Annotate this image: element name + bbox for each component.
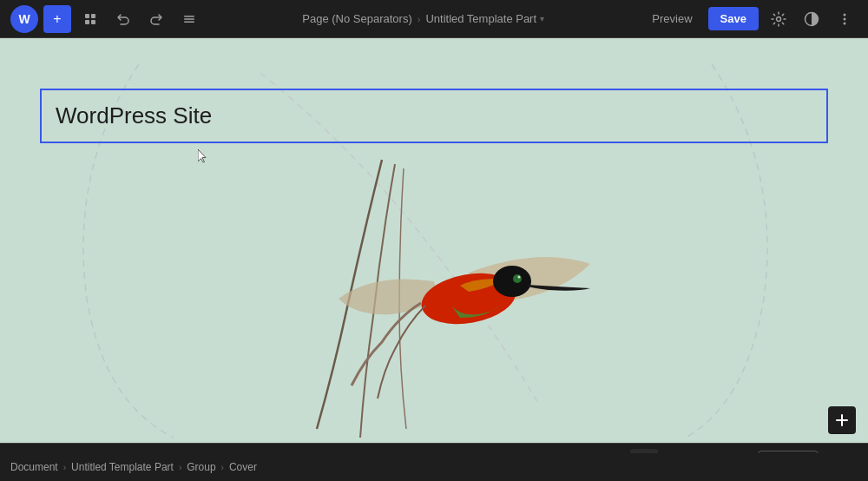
breadcrumb-bar: Document › Untitled Template Part › Grou… (0, 453, 868, 481)
redo-button[interactable] (142, 5, 170, 33)
hummingbird-illustration (191, 90, 625, 443)
svg-rect-2 (85, 20, 89, 24)
svg-point-13 (493, 266, 531, 297)
svg-rect-0 (85, 14, 89, 18)
settings-button[interactable] (766, 6, 792, 32)
save-button[interactable]: Save (708, 7, 759, 30)
breadcrumb-arrow-3: › (221, 463, 224, 472)
add-block-button[interactable]: + (43, 5, 71, 33)
app-wrapper: W + (0, 0, 868, 481)
breadcrumb-arrow-1: › (63, 463, 66, 472)
site-title-text: WordPress Site (56, 102, 212, 128)
wp-logo[interactable]: W (10, 5, 38, 33)
svg-point-15 (518, 276, 521, 279)
more-options-button[interactable] (832, 6, 858, 32)
svg-rect-5 (184, 18, 194, 20)
canvas-area[interactable]: WordPress Site (0, 38, 868, 443)
breadcrumb-sep-1: › (418, 14, 421, 24)
breadcrumb-cover[interactable]: Cover (229, 461, 257, 473)
svg-point-10 (843, 17, 845, 20)
breadcrumb-arrow-2: › (179, 463, 181, 472)
svg-point-9 (843, 13, 845, 16)
contrast-button[interactable] (799, 6, 825, 32)
preview-button[interactable]: Preview (643, 7, 700, 30)
middle-section: WordPress Site (0, 38, 868, 481)
svg-point-7 (776, 16, 780, 21)
tools-button[interactable] (76, 5, 104, 33)
chevron-down-icon: ▾ (540, 14, 544, 23)
svg-rect-3 (91, 20, 95, 24)
svg-rect-4 (184, 16, 194, 17)
breadcrumb-template-part[interactable]: Untitled Template Part (71, 461, 174, 473)
svg-rect-6 (184, 21, 194, 23)
canvas-insert-button[interactable] (828, 406, 856, 434)
top-toolbar: W + (0, 0, 868, 38)
svg-point-11 (843, 22, 845, 24)
breadcrumb-group[interactable]: Group (187, 461, 215, 473)
svg-rect-1 (91, 14, 95, 18)
template-part-name: Untitled Template Part (425, 12, 536, 25)
template-part-link[interactable]: Untitled Template Part ▾ (425, 12, 544, 25)
toolbar-left: W + (10, 5, 203, 33)
list-view-button[interactable] (175, 5, 203, 33)
breadcrumb-document[interactable]: Document (10, 461, 58, 473)
breadcrumb-page: Page (No Separators) (302, 12, 411, 25)
svg-point-14 (513, 274, 522, 283)
toolbar-right: Preview Save (643, 6, 858, 32)
toolbar-center: Page (No Separators) › Untitled Template… (302, 12, 544, 25)
undo-button[interactable] (109, 5, 137, 33)
